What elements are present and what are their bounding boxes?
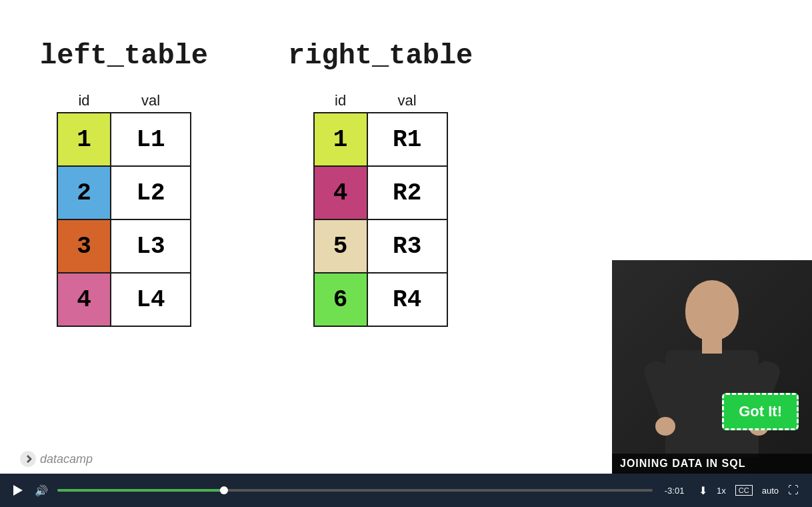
cell-val: L4 xyxy=(111,273,191,326)
table-row: 4 R2 xyxy=(314,166,447,219)
table-row: 3 L3 xyxy=(57,219,191,273)
download-button[interactable]: ⬇ xyxy=(696,482,710,500)
volume-icon: 🔊 xyxy=(35,484,48,497)
left-table-section: left_table id val 1 L1 2 L2 xyxy=(40,40,208,327)
left-table-title: left_table xyxy=(40,40,208,72)
table-row: 4 L4 xyxy=(57,273,191,326)
cell-id: 3 xyxy=(57,219,111,273)
fullscreen-button[interactable]: ⛶ xyxy=(785,482,801,499)
right-col-id-header: id xyxy=(314,92,367,109)
cell-val: R3 xyxy=(367,219,447,273)
right-data-table: 1 R1 4 R2 5 R3 6 R4 xyxy=(313,112,448,327)
cell-id: 5 xyxy=(314,219,367,273)
right-col-headers: id val xyxy=(314,92,447,109)
left-col-headers: id val xyxy=(57,92,191,109)
quality-label[interactable]: auto xyxy=(762,486,779,496)
time-display: -3:01 xyxy=(659,486,689,496)
download-icon: ⬇ xyxy=(699,484,707,497)
instructor-overlay: JOINING DATA IN SQL xyxy=(612,260,812,474)
speed-label[interactable]: 1x xyxy=(717,486,726,496)
cc-button[interactable]: CC xyxy=(733,482,755,498)
table-row: 2 L2 xyxy=(57,166,191,219)
right-col-val-header: val xyxy=(367,92,447,109)
cell-id: 4 xyxy=(57,273,111,326)
cell-id: 4 xyxy=(314,166,367,219)
cell-val: L2 xyxy=(111,166,191,219)
progress-bar[interactable] xyxy=(57,489,653,492)
watermark: datacamp xyxy=(20,451,93,467)
table-row: 1 R1 xyxy=(314,113,447,166)
cell-id: 1 xyxy=(314,113,367,166)
right-table-section: right_table id val 1 R1 4 R2 xyxy=(288,40,473,327)
instructor-background xyxy=(612,260,812,474)
left-col-val-header: val xyxy=(111,92,191,109)
instructor-head xyxy=(685,280,739,340)
table-row: 1 L1 xyxy=(57,113,191,166)
cell-val: R2 xyxy=(367,166,447,219)
cell-id: 2 xyxy=(57,166,111,219)
watermark-text: datacamp xyxy=(40,452,93,466)
video-container: left_table id val 1 L1 2 L2 xyxy=(0,0,812,507)
got-it-button[interactable]: Got It! xyxy=(722,393,799,430)
instructor-figure xyxy=(645,274,779,460)
cell-val: L1 xyxy=(111,113,191,166)
datacamp-logo-icon xyxy=(23,454,33,464)
slide-content: left_table id val 1 L1 2 L2 xyxy=(0,0,812,474)
cell-val: R1 xyxy=(367,113,447,166)
left-data-table: 1 L1 2 L2 3 L3 4 L4 xyxy=(57,112,191,327)
datacamp-icon xyxy=(20,451,36,467)
cell-id: 1 xyxy=(57,113,111,166)
fullscreen-icon: ⛶ xyxy=(788,484,799,496)
volume-button[interactable]: 🔊 xyxy=(32,482,51,500)
table-row: 6 R4 xyxy=(314,273,447,326)
cell-id: 6 xyxy=(314,273,367,326)
play-icon xyxy=(13,485,23,496)
video-controls-bar: 🔊 -3:01 ⬇ 1x CC auto ⛶ xyxy=(0,474,812,507)
cell-val: L3 xyxy=(111,219,191,273)
progress-fill xyxy=(57,489,224,492)
video-label-overlay: JOINING DATA IN SQL xyxy=(612,454,812,474)
progress-thumb xyxy=(220,486,228,494)
right-table-title: right_table xyxy=(288,40,473,72)
cc-icon: CC xyxy=(735,485,753,496)
video-title-label: JOINING DATA IN SQL xyxy=(620,458,745,470)
play-button[interactable] xyxy=(11,482,25,498)
instructor-hand-left xyxy=(655,417,675,436)
table-row: 5 R3 xyxy=(314,219,447,273)
svg-marker-0 xyxy=(27,455,32,463)
cell-val: R4 xyxy=(367,273,447,326)
left-col-id-header: id xyxy=(57,92,111,109)
